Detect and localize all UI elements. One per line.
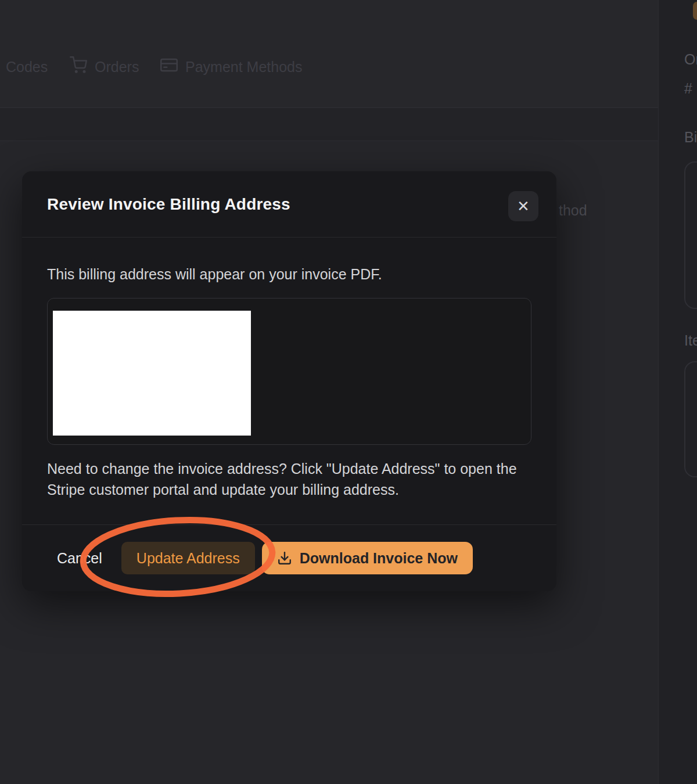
redacted-address-block [53, 311, 251, 436]
billing-label-fragment: Bil [684, 129, 697, 146]
background-subheader-band [0, 107, 658, 141]
order-summary-sidebar: Or # Bil Ite [658, 0, 697, 784]
screen: n Codes Orders Paym [0, 0, 697, 784]
billing-card [684, 161, 697, 309]
sidebar-action-button-fragment [693, 2, 697, 20]
cart-icon [70, 56, 87, 77]
tab-codes[interactable]: Codes [6, 52, 48, 81]
tab-orders[interactable]: Orders [70, 52, 139, 81]
close-button[interactable]: ✕ [508, 191, 538, 221]
download-invoice-button[interactable]: Download Invoice Now [262, 542, 473, 574]
modal-note: Need to change the invoice address? Clic… [47, 458, 533, 500]
modal-footer: Cancel Update Address Download Invoice N… [22, 524, 556, 591]
tab-payment-methods-label: Payment Methods [185, 59, 303, 75]
download-icon [277, 551, 292, 566]
modal-header: Review Invoice Billing Address ✕ [22, 171, 556, 238]
update-address-button[interactable]: Update Address [121, 542, 255, 574]
download-label: Download Invoice Now [300, 550, 458, 567]
review-invoice-modal: Review Invoice Billing Address ✕ This bi… [22, 171, 556, 591]
tab-codes-label: Codes [6, 59, 48, 75]
invoice-address-preview [47, 298, 531, 445]
tab-payment-methods[interactable]: Payment Methods [160, 52, 303, 81]
close-icon: ✕ [517, 197, 530, 215]
order-label-fragment: Or [684, 51, 697, 68]
items-label-fragment: Ite [684, 332, 697, 349]
background-tab-bar: n Codes Orders Paym [0, 52, 658, 81]
modal-description: This billing address will appear on your… [47, 266, 382, 283]
credit-card-icon [160, 56, 178, 77]
tab-orders-label: Orders [95, 59, 139, 75]
items-card [684, 361, 697, 477]
payment-method-text-fragment: thod [559, 202, 587, 219]
cancel-button[interactable]: Cancel [57, 550, 102, 567]
order-number-fragment: # [684, 80, 692, 97]
modal-title: Review Invoice Billing Address [47, 171, 290, 238]
